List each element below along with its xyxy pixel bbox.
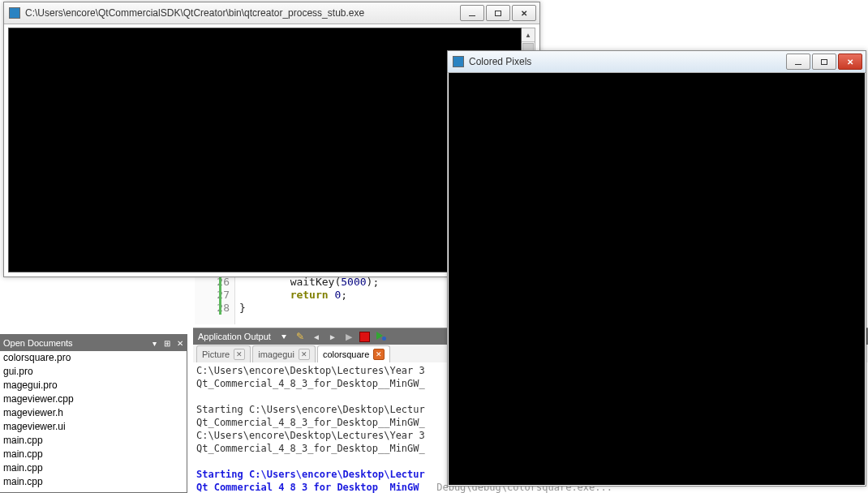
line-number: 28 (195, 302, 230, 315)
window-title: Colored Pixels (469, 56, 531, 67)
rerun-icon[interactable]: ▶ (342, 330, 355, 343)
close-button[interactable]: ✕ (838, 54, 862, 70)
list-item[interactable]: magegui.pro (0, 379, 187, 392)
minimize-button[interactable] (786, 54, 810, 70)
tab-close-icon[interactable]: ✕ (234, 349, 245, 360)
editor-gutter: 26 27 28 (195, 276, 235, 324)
list-item[interactable]: main.cpp (0, 461, 187, 475)
app-icon (453, 56, 464, 67)
list-item[interactable]: colorsquare.pro (0, 351, 187, 365)
colored-pixels-window[interactable]: Colored Pixels ✕ (447, 50, 866, 487)
tab-label: imagegui (258, 349, 294, 359)
open-documents-panel: Open Documents ▾ ⊞ ✕ colorsquare.pro gui… (0, 334, 187, 493)
output-tab-imagegui[interactable]: imagegui ✕ (252, 345, 316, 362)
open-documents-list: colorsquare.pro gui.pro magegui.pro mage… (0, 351, 187, 492)
list-item[interactable]: main.cpp (0, 475, 187, 489)
scroll-up-icon[interactable]: ▲ (522, 28, 535, 42)
colored-pixels-titlebar[interactable]: Colored Pixels ✕ (448, 51, 866, 73)
maximize-button[interactable] (812, 54, 836, 70)
list-item[interactable]: main.cpp (0, 448, 187, 461)
colored-pixels-canvas[interactable] (449, 73, 865, 485)
line-number: 26 (195, 276, 230, 289)
window-title: C:\Users\encore\QtCommercialSDK\QtCreato… (25, 7, 364, 19)
stop-icon[interactable] (359, 330, 372, 343)
output-tab-colorsquare[interactable]: colorsquare ✕ (317, 345, 390, 362)
list-item[interactable]: gui.pro (0, 365, 187, 379)
open-documents-header: Open Documents ▾ ⊞ ✕ (0, 335, 187, 351)
list-item[interactable]: mageviewer.cpp (0, 392, 187, 406)
window-controls: ✕ (784, 54, 862, 70)
tab-label: Picture (202, 349, 230, 359)
output-menu-dropdown-icon[interactable] (277, 330, 290, 343)
line-number: 27 (195, 289, 230, 302)
tab-close-icon[interactable]: ✕ (373, 349, 385, 360)
minimize-button[interactable] (460, 5, 484, 21)
run-debug-icon[interactable] (375, 330, 388, 343)
list-item[interactable]: mageviewer.h (0, 406, 187, 420)
close-panel-icon[interactable]: ✕ (174, 337, 187, 349)
list-item[interactable]: main.cpp (0, 434, 187, 448)
console-viewport[interactable] (8, 28, 522, 272)
application-output-title: Application Output (198, 332, 271, 341)
close-button[interactable]: ✕ (512, 5, 536, 21)
maximize-button[interactable] (486, 5, 510, 21)
next-output-icon[interactable]: ► (326, 330, 339, 343)
stub-window-titlebar[interactable]: C:\Users\encore\QtCommercialSDK\QtCreato… (4, 2, 539, 24)
change-marker (219, 276, 221, 315)
split-icon[interactable]: ⊞ (161, 337, 174, 349)
list-item[interactable]: mageviewer.ui (0, 420, 187, 434)
tab-close-icon[interactable]: ✕ (299, 349, 310, 360)
open-documents-title: Open Documents (3, 338, 73, 348)
clear-output-icon[interactable]: ✎ (294, 330, 307, 343)
window-controls: ✕ (458, 5, 536, 21)
app-icon (9, 7, 20, 19)
dropdown-icon[interactable]: ▾ (148, 337, 161, 349)
tab-label: colorsquare (323, 349, 369, 359)
prev-output-icon[interactable]: ◄ (310, 330, 323, 343)
output-tab-picture[interactable]: Picture ✕ (196, 345, 251, 362)
